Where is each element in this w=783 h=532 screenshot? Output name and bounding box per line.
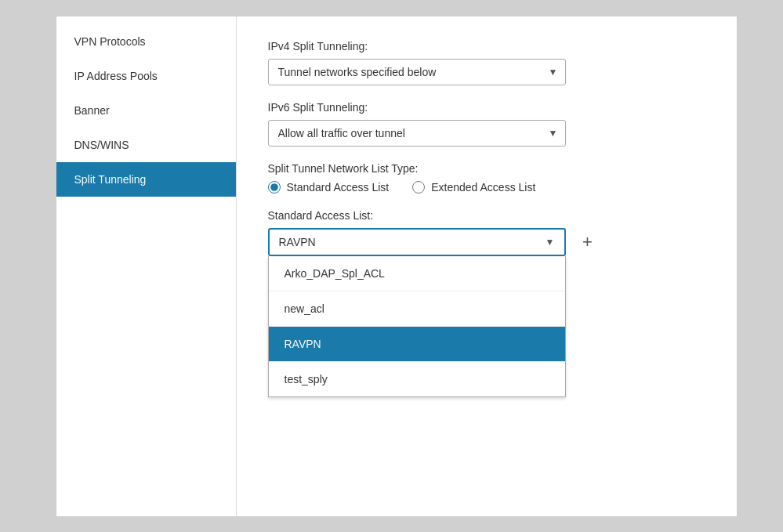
acl-row: RAVPN ▼ Arko_DAP_Spl_ACL new_acl RAVPN t…: [268, 228, 705, 256]
network-list-type-group: Split Tunnel Network List Type: Standard…: [268, 162, 705, 194]
sidebar-item-vpn-protocols[interactable]: VPN Protocols: [56, 24, 236, 59]
sidebar-item-banner[interactable]: Banner: [56, 93, 236, 128]
acl-field-group: Standard Access List: RAVPN ▼ Arko_DAP_S…: [268, 209, 705, 256]
sidebar-item-dns-wins[interactable]: DNS/WINS: [56, 128, 236, 162]
ipv6-field-group: IPv6 Split Tunneling: Allow all traffic …: [268, 101, 705, 147]
acl-label: Standard Access List:: [268, 209, 705, 222]
acl-dropdown-wrapper: RAVPN ▼ Arko_DAP_Spl_ACL new_acl RAVPN t…: [268, 228, 566, 256]
ipv6-label: IPv6 Split Tunneling:: [268, 101, 705, 114]
radio-extended-label: Extended Access List: [431, 181, 535, 194]
acl-list-item-ravpn[interactable]: RAVPN: [269, 327, 565, 362]
acl-list-item-arko[interactable]: Arko_DAP_Spl_ACL: [269, 256, 565, 291]
ipv4-field-group: IPv4 Split Tunneling: Tunnel networks sp…: [268, 40, 705, 85]
radio-standard[interactable]: Standard Access List: [268, 181, 390, 194]
main-content: IPv4 Split Tunneling: Tunnel networks sp…: [237, 16, 737, 516]
radio-extended-input[interactable]: [412, 181, 425, 194]
radio-standard-label: Standard Access List: [287, 181, 390, 194]
sidebar-item-split-tunneling[interactable]: Split Tunneling: [56, 162, 236, 197]
acl-list-item-test-sply[interactable]: test_sply: [269, 362, 565, 396]
network-list-type-radio-group: Standard Access List Extended Access Lis…: [268, 181, 705, 194]
ipv4-dropdown-wrapper: Tunnel networks specified below Allow al…: [268, 59, 566, 85]
acl-add-button[interactable]: +: [575, 228, 600, 256]
acl-dropdown-arrow: ▼: [546, 237, 555, 248]
ipv4-label: IPv4 Split Tunneling:: [268, 40, 705, 52]
acl-selected-value: RAVPN: [279, 236, 316, 248]
ipv6-dropdown-wrapper: Allow all traffic over tunnel Tunnel net…: [268, 120, 566, 147]
ipv6-split-tunneling-select[interactable]: Allow all traffic over tunnel Tunnel net…: [268, 120, 566, 147]
acl-select-display[interactable]: RAVPN ▼: [268, 228, 566, 256]
acl-list-item-new-acl[interactable]: new_acl: [269, 291, 565, 327]
ipv4-split-tunneling-select[interactable]: Tunnel networks specified below Allow al…: [268, 59, 566, 85]
sidebar-item-ip-address-pools[interactable]: IP Address Pools: [56, 59, 236, 93]
radio-extended[interactable]: Extended Access List: [412, 181, 535, 194]
page-container: VPN Protocols IP Address Pools Banner DN…: [56, 16, 738, 517]
sidebar: VPN Protocols IP Address Pools Banner DN…: [56, 16, 237, 516]
radio-standard-input[interactable]: [268, 181, 281, 194]
acl-dropdown-list: Arko_DAP_Spl_ACL new_acl RAVPN test_sply: [268, 256, 566, 397]
network-list-type-label: Split Tunnel Network List Type:: [268, 162, 705, 175]
